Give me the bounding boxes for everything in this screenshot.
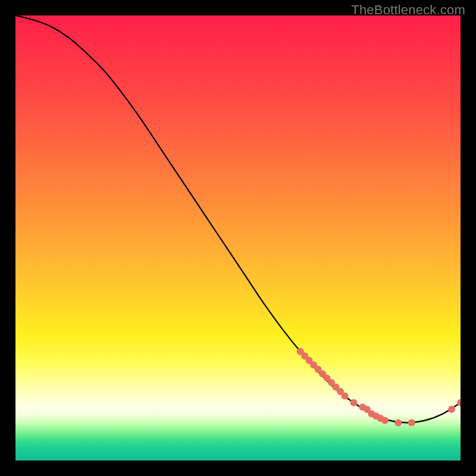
chart-container: TheBottleneck.com xyxy=(0,0,476,476)
curve-overlay xyxy=(15,15,461,461)
plot-area xyxy=(15,15,461,461)
data-point xyxy=(342,393,349,400)
data-point xyxy=(350,399,357,406)
watermark-text: TheBottleneck.com xyxy=(351,2,465,18)
highlighted-points xyxy=(297,348,461,427)
data-point xyxy=(381,417,389,424)
data-point xyxy=(408,419,415,426)
data-point xyxy=(448,406,455,413)
data-point xyxy=(394,419,402,426)
bottleneck-curve xyxy=(15,15,461,422)
